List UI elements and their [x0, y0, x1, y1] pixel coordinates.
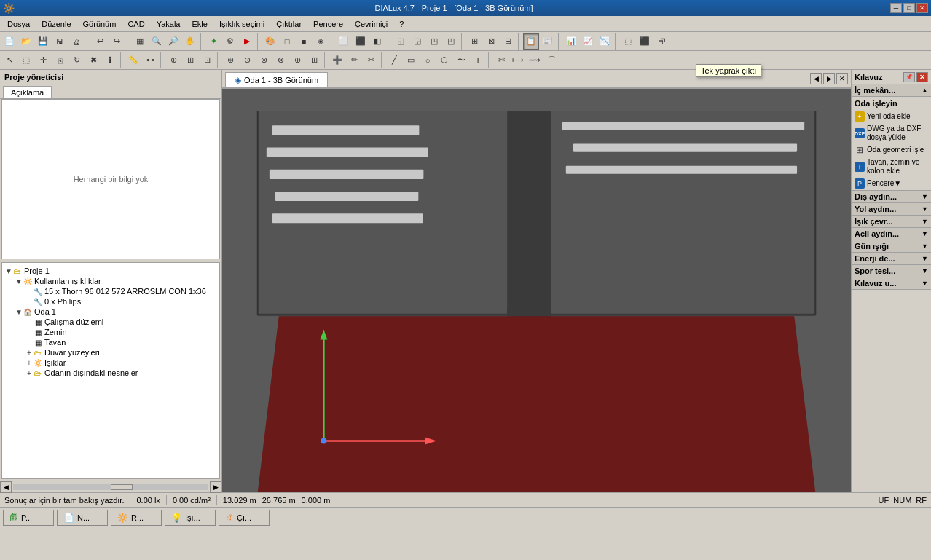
- tb-print-preview[interactable]: 🖨: [68, 33, 85, 50]
- taskbar-cikti[interactable]: 🖨 Çı...: [219, 510, 270, 526]
- tb-save[interactable]: 💾: [35, 33, 51, 50]
- left-scrollbar[interactable]: ◀ ▶: [0, 481, 221, 492]
- tb-tile-v[interactable]: ⬛: [637, 33, 653, 50]
- scroll-right[interactable]: ▶: [210, 481, 221, 493]
- close-button[interactable]: ✕: [916, 3, 928, 13]
- section-ic-mekan-header[interactable]: İç mekân... ▲: [852, 84, 931, 96]
- scroll-track[interactable]: [13, 484, 208, 490]
- tb2-zoom-all[interactable]: ⊡: [199, 52, 215, 68]
- tb-zoom-in[interactable]: 🔍: [149, 33, 165, 50]
- tab-next[interactable]: ▶: [823, 73, 835, 84]
- item-oda-geometri[interactable]: ⊞ Oda geometri işle: [852, 143, 931, 157]
- tb-calculate[interactable]: ▶: [239, 33, 255, 50]
- tb2-fillet[interactable]: ⌒: [543, 52, 559, 68]
- tab-aciklama[interactable]: Açıklama: [3, 86, 52, 98]
- tb-redo[interactable]: ↪: [109, 33, 125, 50]
- menu-isiklik-secimi[interactable]: Işıklık seçimi: [213, 16, 270, 31]
- tb-single-sheet[interactable]: 📋: [523, 33, 539, 50]
- tb2-spline[interactable]: 〜: [453, 52, 469, 68]
- menu-ciktilar[interactable]: Çıktılar: [270, 16, 307, 31]
- tb-cascade[interactable]: 🗗: [653, 33, 669, 50]
- tb-solid[interactable]: ⊠: [483, 33, 499, 50]
- item-tavan-zemin-kolon[interactable]: T Tavan, zemin ve kolon ekle: [852, 157, 931, 177]
- tb2-snap-int[interactable]: ⊕: [289, 52, 305, 68]
- tab-oda1-3b[interactable]: ◈ Oda 1 - 3B Görünüm: [225, 72, 328, 87]
- item-pencere[interactable]: P Pencere▼: [852, 177, 931, 190]
- tb-iso3[interactable]: ◳: [426, 33, 442, 50]
- tree-item-isiklar[interactable]: + 🔆 Işıklar: [2, 358, 219, 368]
- tree-item-external[interactable]: + 🗁 Odanın dışındaki nesneler: [2, 368, 219, 378]
- tb-render2[interactable]: ■: [296, 33, 312, 50]
- tb2-measure[interactable]: 📏: [125, 52, 141, 68]
- menu-ekle[interactable]: Ekle: [186, 16, 213, 31]
- restore-button[interactable]: □: [903, 3, 915, 13]
- tb2-trim[interactable]: ✄: [493, 52, 509, 68]
- section-kilavuz-u-header[interactable]: Kılavuz u... ▼: [852, 277, 931, 289]
- 3d-viewport[interactable]: [222, 89, 851, 492]
- tb-render1[interactable]: □: [279, 33, 295, 50]
- menu-gorunum[interactable]: Görünüm: [77, 16, 122, 31]
- minimize-button[interactable]: ─: [890, 3, 902, 13]
- tree-item-work-plane[interactable]: ▦ Çalışma düzlemi: [2, 317, 219, 327]
- tb-view-front[interactable]: ⬜: [336, 33, 352, 50]
- tb2-properties[interactable]: ℹ: [102, 52, 118, 68]
- section-isik-cevr-header[interactable]: Işık çevr... ▼: [852, 216, 931, 227]
- menu-help[interactable]: ?: [393, 16, 409, 31]
- tree-item-duvar[interactable]: + 🗁 Duvar yüzeyleri: [2, 347, 219, 358]
- project-tree[interactable]: ▼ 🗁 Proje 1 ▼ 🔆 Kullanılan ışıklıklar 🔧 …: [1, 262, 220, 479]
- tb-pan[interactable]: ✋: [182, 33, 198, 50]
- tb2-delete[interactable]: ✖: [85, 52, 101, 68]
- tb-view-top[interactable]: ⬛: [353, 33, 369, 50]
- tb2-line[interactable]: ╱: [386, 52, 402, 68]
- tb-select[interactable]: ▦: [132, 33, 148, 50]
- tb-wire[interactable]: ⊞: [466, 33, 482, 50]
- tb-false-color[interactable]: 🎨: [262, 33, 278, 50]
- tree-item-fixture1[interactable]: 🔧 15 x Thorn 96 012 572 ARROSLM CON 1x36: [2, 286, 219, 296]
- scroll-thumb[interactable]: [111, 484, 133, 490]
- tb2-zoom-extent[interactable]: ⊞: [182, 52, 198, 68]
- tb2-text[interactable]: T: [470, 52, 486, 68]
- tb2-offset[interactable]: ⟿: [527, 52, 543, 68]
- tb2-poly[interactable]: ⬡: [436, 52, 452, 68]
- tree-item-oda1[interactable]: ▼ 🏠 Oda 1: [2, 307, 219, 317]
- tree-item-lights-used[interactable]: ▼ 🔆 Kullanılan ışıklıklar: [2, 276, 219, 286]
- item-dwg-yukle[interactable]: DXF DWG ya da DXF dosya yükle: [852, 123, 931, 143]
- tree-item-proje1[interactable]: ▼ 🗁 Proje 1: [2, 266, 219, 276]
- tb-tile-h[interactable]: ⬚: [620, 33, 636, 50]
- tb-zoom-out[interactable]: 🔎: [165, 33, 181, 50]
- tab-close[interactable]: ✕: [836, 73, 848, 84]
- tb-multi-sheet[interactable]: 📰: [540, 33, 556, 50]
- tb2-pointer[interactable]: ↖: [1, 52, 17, 68]
- tb2-move[interactable]: ✛: [35, 52, 51, 68]
- tb-texture[interactable]: ⊟: [500, 33, 516, 50]
- tree-item-zemin[interactable]: ▦ Zemin: [2, 327, 219, 337]
- tb2-edit-obj[interactable]: ✏: [346, 52, 362, 68]
- expand-isiklar[interactable]: +: [25, 359, 33, 367]
- tb2-zoom-window[interactable]: ⊕: [165, 52, 181, 68]
- menu-cad[interactable]: CAD: [122, 16, 150, 31]
- tb-table[interactable]: 📈: [580, 33, 596, 50]
- section-gun-isigi-header[interactable]: Gün ışığı ▼: [852, 240, 931, 252]
- tb2-snap-point[interactable]: ⊙: [239, 52, 255, 68]
- tb-view-side[interactable]: ◧: [369, 33, 385, 50]
- menu-yakala[interactable]: Yakala: [151, 16, 186, 31]
- menu-pencere[interactable]: Pencere: [307, 16, 349, 31]
- scroll-left[interactable]: ◀: [0, 481, 12, 493]
- tb2-snap-line[interactable]: ⊗: [272, 52, 288, 68]
- section-yol-aydin-header[interactable]: Yol aydın... ▼: [852, 203, 931, 215]
- tree-item-fixture2[interactable]: 🔧 0 x Philips: [2, 296, 219, 307]
- tb-new[interactable]: 📄: [1, 33, 17, 50]
- tab-prev[interactable]: ◀: [810, 73, 822, 84]
- item-yeni-oda-ekle[interactable]: + Yeni oda ekle: [852, 110, 931, 123]
- tb-open[interactable]: 📂: [18, 33, 34, 50]
- tb2-select-rect[interactable]: ⬚: [18, 52, 34, 68]
- section-enerji-header[interactable]: Enerji de... ▼: [852, 253, 931, 264]
- expand-duvar[interactable]: +: [25, 349, 33, 357]
- guide-panel-pin[interactable]: 📌: [903, 72, 915, 82]
- taskbar-render[interactable]: 🔆 R...: [111, 510, 162, 526]
- tb-light-settings[interactable]: ⚙: [222, 33, 238, 50]
- tb2-extend[interactable]: ⟼: [510, 52, 526, 68]
- tb2-dimension[interactable]: ⊷: [142, 52, 158, 68]
- tb2-snap-grid[interactable]: ⊛: [222, 52, 238, 68]
- tree-item-tavan[interactable]: ▦ Tavan: [2, 337, 219, 347]
